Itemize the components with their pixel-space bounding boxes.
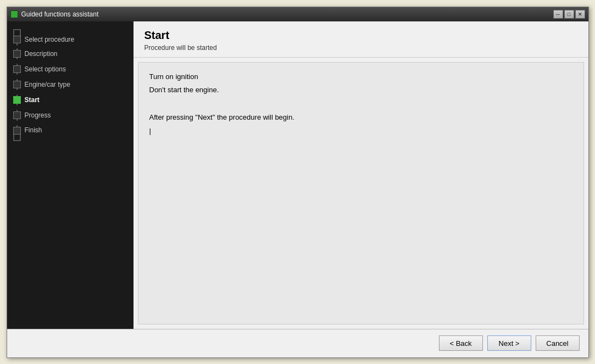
sidebar-item-progress[interactable]: Progress [25, 111, 51, 119]
content-subtitle: Procedure will be started [144, 44, 577, 52]
content-title: Start [144, 29, 577, 42]
sidebar-item-start[interactable]: Start [25, 96, 40, 104]
content-body: Turn on ignition Don't start the engine.… [138, 62, 584, 324]
main-window: Guided functions assistant ─ □ ✕ [7, 7, 589, 358]
content-header: Start Procedure will be started [134, 21, 588, 58]
sidebar-item-description[interactable]: Description [25, 50, 58, 58]
back-button[interactable]: < Back [439, 335, 483, 351]
instruction-line-1: Turn on ignition [149, 71, 572, 83]
title-bar-icon [10, 10, 18, 18]
sidebar: Select procedure Description Select op [7, 21, 134, 329]
next-button[interactable]: Next > [487, 335, 531, 351]
instruction-line-2: Don't start the engine. [149, 85, 572, 96]
instruction-line-5: | [149, 126, 572, 137]
instruction-line-3 [149, 98, 572, 110]
cancel-button[interactable]: Cancel [536, 335, 580, 351]
content-panel: Start Procedure will be started Turn on … [134, 21, 588, 329]
sidebar-item-finish[interactable]: Finish [25, 125, 42, 134]
sidebar-item-select-options[interactable]: Select options [25, 65, 66, 73]
close-button[interactable]: ✕ [575, 10, 585, 19]
sidebar-item-engine-car-type[interactable]: Engine/car type [25, 81, 70, 88]
window-title: Guided functions assistant [21, 10, 553, 18]
sidebar-item-select-procedure[interactable]: Select procedure [25, 28, 75, 43]
title-bar: Guided functions assistant ─ □ ✕ [7, 7, 588, 21]
footer: < Back Next > Cancel [7, 329, 588, 357]
instruction-line-4: After pressing "Next" the procedure will… [149, 112, 572, 124]
main-area: Select procedure Description Select op [7, 21, 588, 329]
content-instructions: Turn on ignition Don't start the engine.… [149, 71, 572, 137]
restore-button[interactable]: □ [564, 10, 574, 19]
minimize-button[interactable]: ─ [553, 10, 563, 19]
title-bar-buttons: ─ □ ✕ [553, 10, 585, 19]
